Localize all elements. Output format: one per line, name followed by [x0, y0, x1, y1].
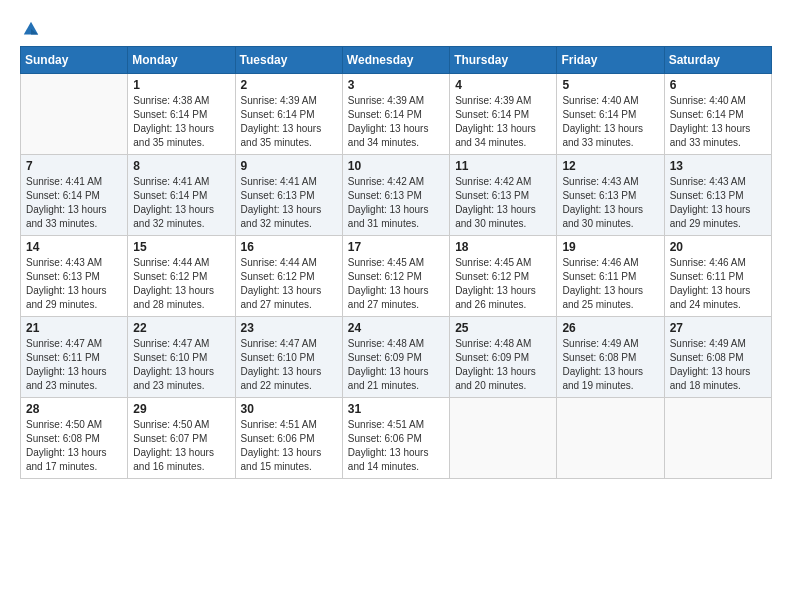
calendar-cell	[664, 398, 771, 479]
week-row-0: 1Sunrise: 4:38 AMSunset: 6:14 PMDaylight…	[21, 74, 772, 155]
sunrise-text: Sunrise: 4:49 AM	[670, 337, 766, 351]
week-row-1: 7Sunrise: 4:41 AMSunset: 6:14 PMDaylight…	[21, 155, 772, 236]
sunset-text: Sunset: 6:14 PM	[133, 189, 229, 203]
daylight-text: Daylight: 13 hours and 35 minutes.	[133, 122, 229, 150]
calendar-cell: 9Sunrise: 4:41 AMSunset: 6:13 PMDaylight…	[235, 155, 342, 236]
calendar-cell: 22Sunrise: 4:47 AMSunset: 6:10 PMDayligh…	[128, 317, 235, 398]
calendar-table: SundayMondayTuesdayWednesdayThursdayFrid…	[20, 46, 772, 479]
header-thursday: Thursday	[450, 47, 557, 74]
day-number: 15	[133, 240, 229, 254]
day-info: Sunrise: 4:45 AMSunset: 6:12 PMDaylight:…	[348, 256, 444, 312]
calendar-cell: 14Sunrise: 4:43 AMSunset: 6:13 PMDayligh…	[21, 236, 128, 317]
sunrise-text: Sunrise: 4:39 AM	[241, 94, 337, 108]
sunrise-text: Sunrise: 4:47 AM	[26, 337, 122, 351]
day-info: Sunrise: 4:40 AMSunset: 6:14 PMDaylight:…	[562, 94, 658, 150]
day-number: 17	[348, 240, 444, 254]
sunrise-text: Sunrise: 4:43 AM	[562, 175, 658, 189]
day-info: Sunrise: 4:45 AMSunset: 6:12 PMDaylight:…	[455, 256, 551, 312]
day-info: Sunrise: 4:49 AMSunset: 6:08 PMDaylight:…	[562, 337, 658, 393]
day-info: Sunrise: 4:48 AMSunset: 6:09 PMDaylight:…	[455, 337, 551, 393]
sunset-text: Sunset: 6:11 PM	[670, 270, 766, 284]
sunrise-text: Sunrise: 4:46 AM	[670, 256, 766, 270]
sunrise-text: Sunrise: 4:51 AM	[241, 418, 337, 432]
sunset-text: Sunset: 6:13 PM	[670, 189, 766, 203]
sunset-text: Sunset: 6:12 PM	[348, 270, 444, 284]
sunset-text: Sunset: 6:09 PM	[348, 351, 444, 365]
day-number: 21	[26, 321, 122, 335]
day-number: 31	[348, 402, 444, 416]
sunset-text: Sunset: 6:09 PM	[455, 351, 551, 365]
calendar-cell: 17Sunrise: 4:45 AMSunset: 6:12 PMDayligh…	[342, 236, 449, 317]
day-info: Sunrise: 4:38 AMSunset: 6:14 PMDaylight:…	[133, 94, 229, 150]
calendar-cell: 31Sunrise: 4:51 AMSunset: 6:06 PMDayligh…	[342, 398, 449, 479]
calendar-cell: 2Sunrise: 4:39 AMSunset: 6:14 PMDaylight…	[235, 74, 342, 155]
header	[20, 20, 772, 34]
calendar-cell: 23Sunrise: 4:47 AMSunset: 6:10 PMDayligh…	[235, 317, 342, 398]
sunset-text: Sunset: 6:10 PM	[133, 351, 229, 365]
day-info: Sunrise: 4:51 AMSunset: 6:06 PMDaylight:…	[241, 418, 337, 474]
calendar-cell: 3Sunrise: 4:39 AMSunset: 6:14 PMDaylight…	[342, 74, 449, 155]
daylight-text: Daylight: 13 hours and 14 minutes.	[348, 446, 444, 474]
day-info: Sunrise: 4:41 AMSunset: 6:13 PMDaylight:…	[241, 175, 337, 231]
daylight-text: Daylight: 13 hours and 31 minutes.	[348, 203, 444, 231]
day-number: 1	[133, 78, 229, 92]
day-number: 29	[133, 402, 229, 416]
logo	[20, 20, 40, 34]
day-info: Sunrise: 4:39 AMSunset: 6:14 PMDaylight:…	[455, 94, 551, 150]
daylight-text: Daylight: 13 hours and 33 minutes.	[670, 122, 766, 150]
calendar-cell: 10Sunrise: 4:42 AMSunset: 6:13 PMDayligh…	[342, 155, 449, 236]
day-info: Sunrise: 4:50 AMSunset: 6:08 PMDaylight:…	[26, 418, 122, 474]
header-row: SundayMondayTuesdayWednesdayThursdayFrid…	[21, 47, 772, 74]
daylight-text: Daylight: 13 hours and 16 minutes.	[133, 446, 229, 474]
sunset-text: Sunset: 6:14 PM	[348, 108, 444, 122]
day-info: Sunrise: 4:44 AMSunset: 6:12 PMDaylight:…	[241, 256, 337, 312]
sunrise-text: Sunrise: 4:39 AM	[455, 94, 551, 108]
day-number: 4	[455, 78, 551, 92]
day-info: Sunrise: 4:46 AMSunset: 6:11 PMDaylight:…	[670, 256, 766, 312]
day-number: 8	[133, 159, 229, 173]
day-number: 25	[455, 321, 551, 335]
daylight-text: Daylight: 13 hours and 32 minutes.	[241, 203, 337, 231]
calendar-cell	[557, 398, 664, 479]
day-number: 20	[670, 240, 766, 254]
calendar-cell: 15Sunrise: 4:44 AMSunset: 6:12 PMDayligh…	[128, 236, 235, 317]
header-friday: Friday	[557, 47, 664, 74]
day-number: 18	[455, 240, 551, 254]
calendar-cell: 13Sunrise: 4:43 AMSunset: 6:13 PMDayligh…	[664, 155, 771, 236]
day-info: Sunrise: 4:40 AMSunset: 6:14 PMDaylight:…	[670, 94, 766, 150]
sunset-text: Sunset: 6:08 PM	[670, 351, 766, 365]
day-info: Sunrise: 4:39 AMSunset: 6:14 PMDaylight:…	[348, 94, 444, 150]
sunset-text: Sunset: 6:06 PM	[348, 432, 444, 446]
daylight-text: Daylight: 13 hours and 18 minutes.	[670, 365, 766, 393]
day-info: Sunrise: 4:49 AMSunset: 6:08 PMDaylight:…	[670, 337, 766, 393]
day-number: 14	[26, 240, 122, 254]
day-info: Sunrise: 4:44 AMSunset: 6:12 PMDaylight:…	[133, 256, 229, 312]
daylight-text: Daylight: 13 hours and 23 minutes.	[26, 365, 122, 393]
sunset-text: Sunset: 6:11 PM	[562, 270, 658, 284]
calendar-cell: 18Sunrise: 4:45 AMSunset: 6:12 PMDayligh…	[450, 236, 557, 317]
daylight-text: Daylight: 13 hours and 33 minutes.	[562, 122, 658, 150]
daylight-text: Daylight: 13 hours and 30 minutes.	[455, 203, 551, 231]
day-number: 23	[241, 321, 337, 335]
day-info: Sunrise: 4:43 AMSunset: 6:13 PMDaylight:…	[26, 256, 122, 312]
sunset-text: Sunset: 6:14 PM	[133, 108, 229, 122]
sunrise-text: Sunrise: 4:45 AM	[348, 256, 444, 270]
sunset-text: Sunset: 6:08 PM	[562, 351, 658, 365]
sunset-text: Sunset: 6:13 PM	[26, 270, 122, 284]
day-number: 13	[670, 159, 766, 173]
day-number: 2	[241, 78, 337, 92]
day-number: 27	[670, 321, 766, 335]
day-info: Sunrise: 4:51 AMSunset: 6:06 PMDaylight:…	[348, 418, 444, 474]
week-row-3: 21Sunrise: 4:47 AMSunset: 6:11 PMDayligh…	[21, 317, 772, 398]
calendar-cell: 6Sunrise: 4:40 AMSunset: 6:14 PMDaylight…	[664, 74, 771, 155]
day-number: 19	[562, 240, 658, 254]
sunrise-text: Sunrise: 4:48 AM	[455, 337, 551, 351]
calendar-cell: 11Sunrise: 4:42 AMSunset: 6:13 PMDayligh…	[450, 155, 557, 236]
daylight-text: Daylight: 13 hours and 20 minutes.	[455, 365, 551, 393]
sunset-text: Sunset: 6:13 PM	[348, 189, 444, 203]
sunset-text: Sunset: 6:14 PM	[670, 108, 766, 122]
logo-icon	[22, 20, 40, 38]
daylight-text: Daylight: 13 hours and 27 minutes.	[348, 284, 444, 312]
sunset-text: Sunset: 6:14 PM	[241, 108, 337, 122]
page: SundayMondayTuesdayWednesdayThursdayFrid…	[0, 0, 792, 612]
